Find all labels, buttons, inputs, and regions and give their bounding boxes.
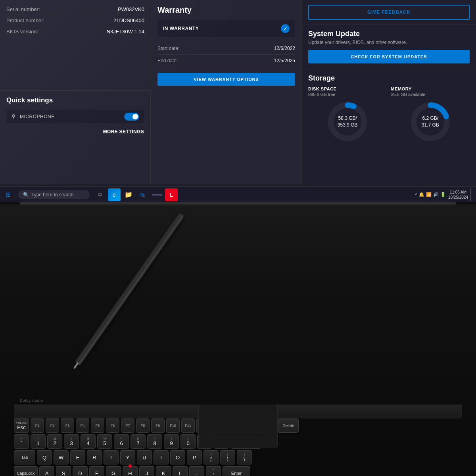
- key-d[interactable]: D: [73, 466, 88, 476]
- key-f6[interactable]: F6: [106, 418, 119, 433]
- mic-left: 🎙 MICROPHONE: [11, 113, 55, 120]
- key-8[interactable]: *8: [147, 434, 162, 449]
- tray-battery[interactable]: 🔋: [440, 192, 446, 197]
- key-a[interactable]: A: [39, 466, 54, 476]
- key-rbracket[interactable]: }]: [220, 450, 235, 464]
- key-f10[interactable]: F10: [166, 418, 180, 433]
- key-tab[interactable]: Tab: [14, 450, 35, 464]
- asdf-row: CapsLock A S D F G H J K L :; "' Enter: [14, 466, 462, 476]
- device-info-panel: Serial number: PW032VK0 Product number: …: [0, 0, 151, 90]
- key-l[interactable]: L: [173, 466, 188, 476]
- key-w[interactable]: W: [54, 450, 69, 464]
- microphone-icon: 🎙: [11, 113, 17, 120]
- give-feedback-button[interactable]: GIVE FEEDBACK: [308, 5, 470, 20]
- key-u[interactable]: U: [137, 450, 152, 464]
- product-label: Product number:: [6, 17, 44, 23]
- key-f2[interactable]: F2: [46, 418, 59, 433]
- key-s[interactable]: S: [56, 466, 71, 476]
- folder-icon[interactable]: 📁: [122, 188, 135, 201]
- key-quote[interactable]: "': [206, 466, 221, 476]
- bar-icon[interactable]: [151, 188, 163, 201]
- disk-free: 895.6 GB free: [308, 92, 336, 97]
- key-o[interactable]: O: [170, 450, 185, 464]
- serial-value: PW032VK0: [118, 6, 144, 12]
- key-f1[interactable]: F1: [31, 418, 44, 433]
- key-f4[interactable]: F4: [76, 418, 89, 433]
- key-y[interactable]: Y: [120, 450, 135, 464]
- task-view-button[interactable]: ⧉: [94, 188, 106, 201]
- key-t[interactable]: T: [104, 450, 119, 464]
- key-enter[interactable]: Enter: [223, 466, 250, 476]
- key-k[interactable]: K: [156, 466, 171, 476]
- tray-notification[interactable]: 🔔: [419, 192, 424, 197]
- edge-icon[interactable]: e: [108, 188, 121, 201]
- key-p[interactable]: P: [187, 450, 202, 464]
- qwerty-row: Tab Q W E R T Y U I O P {[ }] |\: [14, 450, 462, 464]
- trackpoint[interactable]: [129, 464, 132, 468]
- key-backtick[interactable]: ~`: [14, 434, 29, 449]
- key-4[interactable]: $4: [81, 434, 96, 449]
- show-desktop-button[interactable]: [470, 188, 473, 201]
- key-r[interactable]: R: [87, 450, 102, 464]
- memory-free: 25.5 GB available: [391, 92, 426, 97]
- key-j[interactable]: J: [139, 466, 154, 476]
- start-button[interactable]: ⊞: [0, 187, 16, 203]
- key-delete[interactable]: Delete: [278, 418, 299, 433]
- app-area: Serial number: PW032VK0 Product number: …: [0, 0, 301, 188]
- key-esc[interactable]: FnLock Esc: [14, 418, 29, 433]
- bios-row: BIOS version: N3JET30W 1.14: [6, 26, 144, 37]
- taskbar: ⊞ 🔍 Type here to search ⧉ e 📁 🛍 L ^ 🔔 📶 …: [0, 186, 476, 202]
- key-h[interactable]: H: [123, 466, 138, 476]
- taskbar-app-icons: ⧉ e 📁 🛍 L: [94, 188, 178, 201]
- check-updates-button[interactable]: CHECK FOR SYSTEM UPDATES: [308, 50, 470, 63]
- touchpad-divider: [210, 432, 266, 432]
- key-f9[interactable]: F9: [151, 418, 165, 433]
- serial-label: Serial number:: [6, 6, 40, 12]
- view-warranty-button[interactable]: VIEW WARRANTY OPTIONS: [157, 73, 295, 86]
- warranty-panel: Warranty IN WARRANTY ✓ Start date: 12/6/…: [151, 0, 301, 188]
- dolby-badge: Dolby Audio: [20, 399, 43, 403]
- key-g[interactable]: G: [106, 466, 121, 476]
- key-6[interactable]: ^6: [114, 434, 129, 449]
- key-f3[interactable]: F3: [61, 418, 74, 433]
- key-2[interactable]: @2: [47, 434, 62, 449]
- key-f7[interactable]: F7: [121, 418, 134, 433]
- warranty-start-label: Start date:: [157, 46, 179, 51]
- key-backslash[interactable]: |\: [237, 450, 252, 464]
- taskbar-search-box[interactable]: 🔍 Type here to search: [18, 190, 90, 199]
- search-placeholder: Type here to search: [31, 192, 73, 198]
- system-tray: ^ 🔔 📶 🔊 🔋 11:06 AM 10/25/2024: [415, 188, 476, 201]
- product-row: Product number: 21DDS06400: [6, 15, 144, 26]
- touchpad[interactable]: [198, 405, 278, 448]
- key-f11[interactable]: F11: [181, 418, 195, 433]
- key-1[interactable]: !1: [31, 434, 46, 449]
- store-icon[interactable]: 🛍: [136, 188, 149, 201]
- key-semicolon[interactable]: :;: [189, 466, 204, 476]
- key-f5[interactable]: F5: [91, 418, 104, 433]
- key-5[interactable]: %5: [97, 434, 112, 449]
- key-e[interactable]: E: [70, 450, 85, 464]
- key-3[interactable]: #3: [64, 434, 79, 449]
- tray-wifi[interactable]: 📶: [426, 192, 432, 197]
- warranty-title: Warranty: [157, 6, 295, 15]
- product-value: 21DDS06400: [113, 17, 144, 23]
- lenovo-icon[interactable]: L: [165, 188, 178, 201]
- key-f8[interactable]: F8: [136, 418, 150, 433]
- tray-volume[interactable]: 🔊: [433, 192, 439, 197]
- tray-chevron[interactable]: ^: [415, 192, 417, 197]
- key-7[interactable]: &7: [131, 434, 146, 449]
- key-i[interactable]: I: [154, 450, 169, 464]
- more-settings-link[interactable]: MORE SETTINGS: [6, 129, 144, 134]
- microphone-row[interactable]: 🎙 MICROPHONE: [6, 110, 144, 123]
- tray-clock[interactable]: 11:06 AM 10/25/2024: [448, 190, 468, 200]
- key-lbracket[interactable]: {[: [203, 450, 219, 464]
- right-panel: GIVE FEEDBACK System Update Update your …: [301, 0, 476, 188]
- quick-settings-title: Quick settings: [6, 96, 144, 104]
- key-q[interactable]: Q: [37, 450, 52, 464]
- bios-value: N3JET30W 1.14: [107, 29, 144, 35]
- key-9[interactable]: (9: [164, 434, 179, 449]
- key-0[interactable]: )0: [180, 434, 196, 449]
- microphone-toggle[interactable]: [124, 113, 139, 121]
- key-f[interactable]: F: [89, 466, 104, 476]
- key-capslock[interactable]: CapsLock: [14, 466, 38, 476]
